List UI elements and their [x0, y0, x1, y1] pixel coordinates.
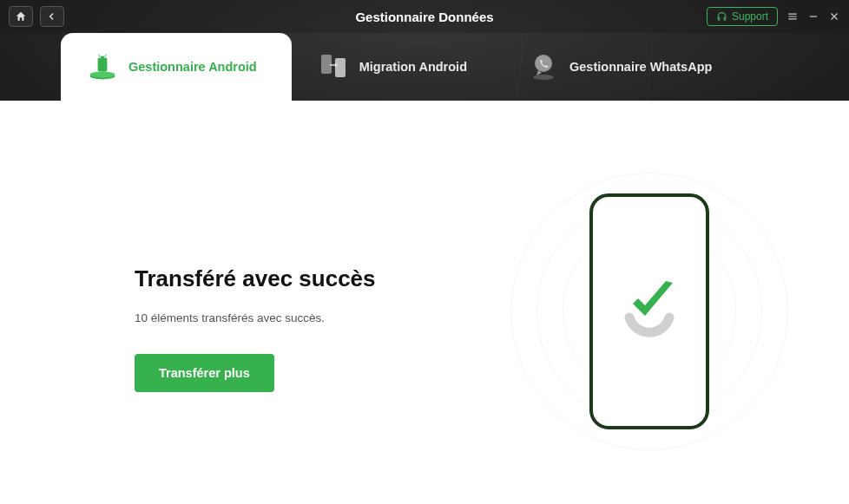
tab-label: Gestionnaire WhatsApp: [569, 60, 712, 74]
hamburger-icon: [786, 10, 799, 23]
support-button[interactable]: Support: [707, 7, 778, 26]
back-button[interactable]: [40, 6, 64, 27]
whatsapp-icon: [528, 51, 559, 82]
chevron-left-icon: [46, 10, 58, 23]
titlebar: Gestionnaire Données Support: [0, 0, 849, 33]
support-label: Support: [732, 10, 768, 23]
svg-point-4: [104, 56, 106, 58]
main-content: Transféré avec succès 10 éléments transf…: [0, 101, 849, 504]
illustration: [510, 193, 788, 429]
tab-android-manager[interactable]: Gestionnaire Android: [61, 33, 292, 101]
home-icon: [15, 10, 27, 23]
svg-point-10: [535, 55, 552, 72]
svg-point-9: [533, 75, 554, 80]
transfer-more-button[interactable]: Transférer plus: [135, 354, 274, 392]
svg-line-5: [99, 55, 101, 57]
success-subtext: 10 éléments transférés avec succès.: [135, 311, 510, 324]
tab-android-migration[interactable]: Migration Android: [292, 33, 502, 101]
tab-whatsapp-manager[interactable]: Gestionnaire WhatsApp: [502, 33, 747, 101]
app-title: Gestionnaire Données: [355, 10, 493, 24]
headset-icon: [716, 11, 727, 23]
menu-button[interactable]: [786, 10, 799, 23]
svg-point-3: [99, 56, 101, 58]
tab-label: Gestionnaire Android: [128, 60, 257, 74]
svg-rect-2: [98, 59, 108, 71]
migration-icon: [318, 51, 349, 82]
svg-rect-8: [335, 58, 346, 77]
minimize-button[interactable]: [807, 10, 819, 23]
tab-label: Migration Android: [359, 60, 467, 74]
phone-illustration: [589, 193, 709, 429]
home-button[interactable]: [9, 6, 33, 27]
close-button[interactable]: [828, 10, 840, 23]
svg-line-6: [105, 55, 107, 57]
success-heading: Transféré avec succès: [135, 265, 510, 292]
checkmark-icon: [626, 274, 678, 330]
android-manager-icon: [87, 51, 118, 82]
minimize-icon: [807, 10, 819, 23]
svg-rect-7: [321, 55, 332, 74]
tabstrip: Gestionnaire Android Migration Android G…: [0, 33, 849, 101]
svg-point-1: [90, 71, 115, 77]
close-icon: [828, 10, 840, 23]
